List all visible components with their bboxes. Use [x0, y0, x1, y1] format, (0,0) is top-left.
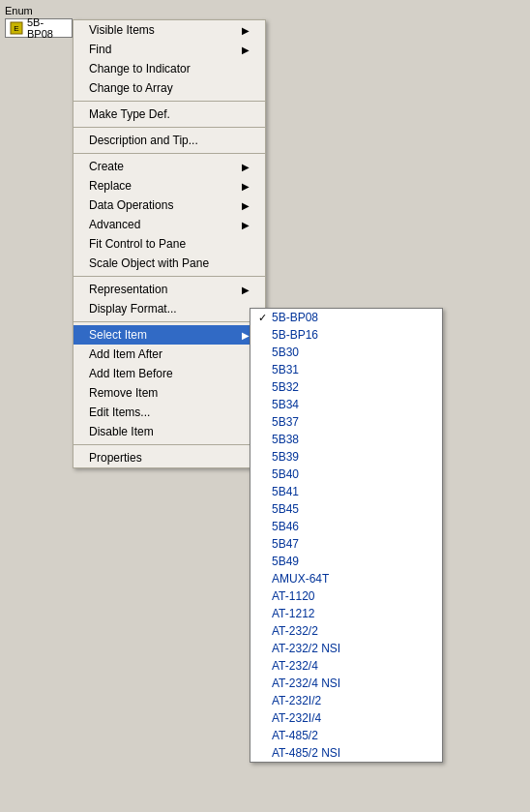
submenu-item-AMUX-64T[interactable]: AMUX-64T [250, 570, 442, 587]
menu-item-label-make-type-def: Make Type Def. [89, 107, 170, 121]
submenu-item-5B46[interactable]: 5B46 [250, 518, 442, 535]
menu-item-label-advanced: Advanced [89, 218, 140, 231]
submenu-item-label-5B46: 5B46 [272, 520, 299, 533]
context-menu: Visible Items▶Find▶Change to IndicatorCh… [73, 19, 266, 468]
submenu-arrow-representation: ▶ [242, 285, 250, 295]
menu-item-disable-item[interactable]: Disable Item [74, 422, 265, 441]
submenu-list[interactable]: ✓5B-BP085B-BP165B305B315B325B345B375B385… [250, 309, 442, 762]
menu-item-advanced[interactable]: Advanced▶ [74, 215, 265, 234]
submenu-item-AT-485/2-NSI[interactable]: AT-485/2 NSI [250, 744, 442, 762]
menu-item-label-data-operations: Data Operations [89, 198, 173, 212]
submenu-item-label-AT-485/2-NSI: AT-485/2 NSI [272, 746, 340, 760]
submenu-item-label-5B37: 5B37 [272, 415, 299, 429]
submenu-item-5B45[interactable]: 5B45 [250, 500, 442, 518]
submenu-item-AT-1120[interactable]: AT-1120 [250, 587, 442, 605]
submenu-item-AT-485/2[interactable]: AT-485/2 [250, 727, 442, 744]
menu-item-make-type-def[interactable]: Make Type Def. [74, 105, 265, 124]
check-mark-5B-BP08: ✓ [258, 312, 272, 324]
menu-item-label-properties: Properties [89, 451, 142, 465]
menu-item-label-replace: Replace [89, 179, 132, 193]
submenu-item-label-AT-232I/2: AT-232I/2 [272, 694, 321, 707]
menu-item-replace[interactable]: Replace▶ [74, 176, 265, 195]
enum-label: Enum [5, 5, 73, 16]
menu-item-label-representation: Representation [89, 283, 167, 296]
submenu-item-AT-232I/4[interactable]: AT-232I/4 [250, 709, 442, 727]
submenu-item-5B41[interactable]: 5B41 [250, 483, 442, 500]
menu-item-add-item-before[interactable]: Add Item Before [74, 364, 265, 383]
menu-item-label-add-item-after: Add Item After [89, 347, 162, 361]
submenu-item-AT-232/2[interactable]: AT-232/2 [250, 622, 442, 640]
menu-item-label-scale-object: Scale Object with Pane [89, 256, 209, 270]
submenu-item-5B-BP08[interactable]: ✓5B-BP08 [250, 309, 442, 326]
menu-item-remove-item[interactable]: Remove Item [74, 383, 265, 403]
menu-item-label-description-tip: Description and Tip... [89, 134, 198, 147]
submenu-item-5B37[interactable]: 5B37 [250, 413, 442, 431]
menu-item-label-change-to-indicator: Change to Indicator [89, 62, 191, 75]
svg-text:E: E [14, 24, 18, 33]
submenu-item-label-5B-BP16: 5B-BP16 [272, 328, 318, 342]
submenu-arrow-find: ▶ [242, 45, 250, 55]
separator-after-change-to-array [74, 101, 265, 102]
submenu-item-label-AT-1120: AT-1120 [272, 589, 314, 603]
submenu-item-label-AT-232/4: AT-232/4 [272, 659, 318, 673]
submenu-item-label-5B45: 5B45 [272, 502, 299, 516]
separator-after-description-tip [74, 153, 265, 154]
submenu-item-AT-232/4-NSI[interactable]: AT-232/4 NSI [250, 675, 442, 692]
submenu-item-5B47[interactable]: 5B47 [250, 535, 442, 553]
menu-item-label-change-to-array: Change to Array [89, 81, 173, 95]
submenu-item-5B40[interactable]: 5B40 [250, 466, 442, 483]
menu-item-label-fit-control: Fit Control to Pane [89, 237, 186, 251]
submenu-item-label-5B38: 5B38 [272, 433, 299, 446]
submenu-item-5B49[interactable]: 5B49 [250, 553, 442, 570]
menu-item-label-find: Find [89, 43, 111, 56]
submenu-item-label-5B30: 5B30 [272, 346, 299, 359]
submenu-item-label-AT-232/4-NSI: AT-232/4 NSI [272, 677, 340, 690]
submenu-item-label-AT-232I/4: AT-232I/4 [272, 711, 321, 725]
separator-after-scale-object [74, 276, 265, 277]
enum-icon: E [10, 21, 23, 35]
menu-item-edit-items[interactable]: Edit Items... [74, 403, 265, 422]
submenu-item-label-5B41: 5B41 [272, 485, 299, 498]
menu-item-add-item-after[interactable]: Add Item After [74, 345, 265, 364]
submenu-item-label-5B-BP08: 5B-BP08 [272, 311, 318, 324]
submenu-arrow-advanced: ▶ [242, 220, 250, 230]
submenu-item-label-5B39: 5B39 [272, 450, 299, 464]
enum-control[interactable]: E 5B-BP08 [5, 18, 73, 38]
menu-item-find[interactable]: Find▶ [74, 40, 265, 59]
menu-item-scale-object[interactable]: Scale Object with Pane [74, 254, 265, 273]
submenu-item-label-AMUX-64T: AMUX-64T [272, 572, 329, 586]
submenu-item-label-AT-232/2: AT-232/2 [272, 624, 318, 638]
menu-item-label-display-format: Display Format... [89, 302, 177, 316]
menu-item-data-operations[interactable]: Data Operations▶ [74, 195, 265, 215]
submenu-item-label-AT-1212: AT-1212 [272, 607, 314, 620]
menu-item-create[interactable]: Create▶ [74, 157, 265, 176]
submenu-item-label-5B40: 5B40 [272, 467, 299, 481]
menu-item-fit-control[interactable]: Fit Control to Pane [74, 234, 265, 254]
submenu-item-5B31[interactable]: 5B31 [250, 361, 442, 378]
menu-item-change-to-array[interactable]: Change to Array [74, 78, 265, 98]
menu-item-select-item[interactable]: Select Item▶ [74, 325, 265, 345]
submenu-item-AT-232/4[interactable]: AT-232/4 [250, 657, 442, 675]
submenu-item-label-AT-232/2-NSI: AT-232/2 NSI [272, 642, 340, 655]
submenu-item-5B-BP16[interactable]: 5B-BP16 [250, 326, 442, 344]
menu-item-label-remove-item: Remove Item [89, 386, 158, 400]
submenu-item-AT-232I/2[interactable]: AT-232I/2 [250, 692, 442, 709]
menu-item-visible-items[interactable]: Visible Items▶ [74, 20, 265, 40]
menu-item-representation[interactable]: Representation▶ [74, 280, 265, 299]
submenu-item-5B32[interactable]: 5B32 [250, 378, 442, 396]
submenu-item-5B30[interactable]: 5B30 [250, 344, 442, 361]
menu-item-label-visible-items: Visible Items [89, 23, 155, 37]
menu-item-properties[interactable]: Properties [74, 448, 265, 467]
submenu-item-AT-1212[interactable]: AT-1212 [250, 605, 442, 622]
submenu-item-5B34[interactable]: 5B34 [250, 396, 442, 413]
menu-item-label-select-item: Select Item [89, 328, 147, 342]
submenu-item-5B38[interactable]: 5B38 [250, 431, 442, 448]
submenu-arrow-visible-items: ▶ [242, 25, 250, 36]
enum-container: Enum E 5B-BP08 [5, 5, 73, 38]
menu-item-description-tip[interactable]: Description and Tip... [74, 131, 265, 150]
submenu-arrow-replace: ▶ [242, 181, 250, 192]
menu-item-display-format[interactable]: Display Format... [74, 299, 265, 318]
submenu-item-AT-232/2-NSI[interactable]: AT-232/2 NSI [250, 640, 442, 657]
submenu-item-5B39[interactable]: 5B39 [250, 448, 442, 466]
menu-item-change-to-indicator[interactable]: Change to Indicator [74, 59, 265, 78]
